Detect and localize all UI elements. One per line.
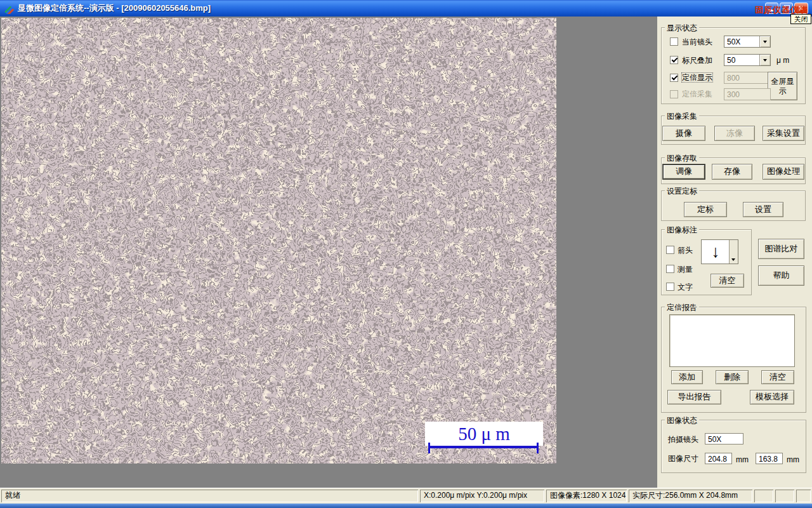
ruler-unit-label: μ m [776,56,789,65]
group-calibration-title: 设置定标 [665,186,699,197]
group-image-status: 图像状态 [661,420,806,473]
arrow-label: 箭头 [678,246,693,255]
fixed-display-label: 定倍显示 [682,73,712,82]
chevron-down-icon[interactable] [759,55,770,65]
control-panel: 显示状态 当前镜头 50X 标尺叠加 50 μ m 定倍显示 800 全屏显示 … [657,17,812,488]
ruler-overlay-label: 标尺叠加 [682,56,712,65]
group-capture-title: 图像采集 [665,111,699,122]
status-pixel-scale: X:0.200μ m/pix Y:0.200μ m/pix [420,490,544,502]
scalebar-text: 50 μ m [458,424,510,444]
report-listbox[interactable] [669,314,795,367]
down-arrow-icon: ↓ [702,240,730,264]
measure-label: 测量 [678,265,693,274]
chevron-down-icon[interactable] [729,240,738,264]
close-tooltip: 关闭 [790,14,811,24]
titlebar: 显微图像定倍系统--演示版 - [20090602055646.bmp] [0,0,812,17]
status-ready: 就绪 [1,490,418,502]
freeze-button: 冻像 [714,126,755,141]
current-lens-dropdown[interactable]: 50X [724,36,771,48]
text-checkbox[interactable] [666,283,674,291]
ruler-overlay-checkbox[interactable] [670,56,678,64]
shoot-lens-label: 拍摄镜头 [668,435,698,444]
scalebar-label-box: 50 μ m [425,422,543,446]
group-image-status-title: 图像状态 [665,415,699,426]
export-report-button[interactable]: 导出报告 [667,390,721,404]
app-icon [3,3,14,14]
capture-settings-button[interactable]: 采集设置 [763,126,804,141]
status-actual-size: 实际尺寸:256.0mm X 204.8mm [629,490,752,502]
current-lens-value: 50X [727,37,740,46]
image-process-button[interactable]: 图像处理 [763,164,804,180]
scalebar-line [429,446,539,448]
ruler-value: 50 [727,56,735,65]
status-image-pixels: 图像像素:1280 X 1024 [546,490,627,502]
status-empty-3 [796,490,811,502]
chevron-down-icon[interactable] [759,36,770,47]
group-report-title: 定倍报告 [665,302,699,313]
fixed-display-field: 800 [724,72,771,84]
report-clear-button[interactable]: 清空 [761,370,794,384]
scalebar-tick-right [537,443,539,453]
report-add-button[interactable]: 添加 [671,370,703,384]
measure-checkbox[interactable] [666,265,674,273]
group-display-status-title: 显示状态 [665,23,699,34]
template-select-button[interactable]: 模板选择 [750,390,794,404]
group-calibration: 设置定标 [661,190,806,221]
annotation-clear-button[interactable]: 清空 [710,274,744,288]
calibration-set-button[interactable]: 设置 [743,202,783,217]
status-empty-1 [754,490,773,502]
image-width-unit: mm [736,455,749,464]
help-button[interactable]: 帮助 [758,265,804,286]
group-storage-title: 图像存取 [665,153,699,164]
arrow-style-dropdown[interactable]: ↓ [701,239,738,264]
image-height-field: 163.8 [756,453,783,464]
window-title: 显微图像定倍系统--演示版 - [20090602055646.bmp] [18,3,211,14]
group-annotation-title: 图像标注 [665,225,699,236]
status-empty-2 [775,490,794,502]
text-label: 文字 [678,283,693,291]
save-image-button[interactable]: 存像 [712,164,752,180]
shoot-lens-field: 50X [705,433,743,444]
report-delete-button[interactable]: 删除 [716,370,749,384]
atlas-compare-button[interactable]: 图谱比对 [758,239,804,259]
image-viewport: 50 μ m [0,17,657,488]
fixed-display-checkbox[interactable] [670,74,678,82]
arrow-checkbox[interactable] [666,246,674,254]
fixed-capture-field: 300 [724,88,771,100]
load-image-button[interactable]: 调像 [662,164,705,180]
fixed-capture-checkbox [670,90,678,98]
image-width-field: 204.8 [705,453,732,464]
image-size-label: 图像尺寸 [668,454,698,463]
statusbar: 就绪 X:0.200μ m/pix Y:0.200μ m/pix 图像像素:12… [0,488,812,504]
shoot-button[interactable]: 摄像 [662,126,705,141]
current-lens-label: 当前镜头 [682,37,712,46]
current-lens-checkbox[interactable] [670,37,678,46]
fixed-capture-label: 定倍采集 [682,90,712,98]
fullscreen-button[interactable]: 全屏显示 [768,72,797,100]
calibrate-button[interactable]: 定标 [684,202,727,217]
image-height-unit: mm [787,455,799,464]
window-bottom-border [0,504,812,508]
ruler-value-dropdown[interactable]: 50 [724,54,771,66]
micrograph-canvas[interactable]: 50 μ m [1,18,556,464]
scalebar-tick-left [428,443,430,453]
